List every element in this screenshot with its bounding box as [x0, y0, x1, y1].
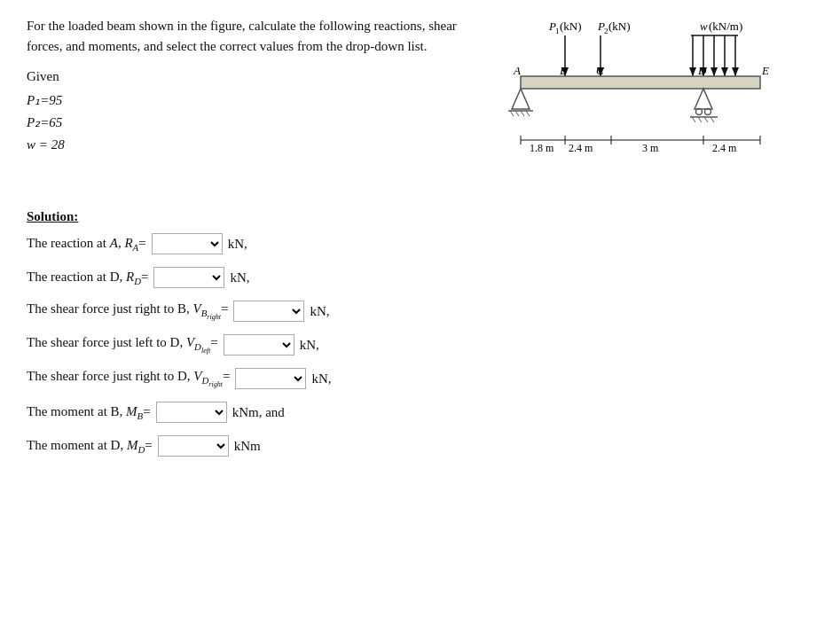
md-unit: kNm [234, 439, 261, 454]
reaction-rd-row: The reaction at D, RD= -200-150-100 -95-… [27, 267, 813, 288]
vd-right-label: The shear force just right to D, VDright… [27, 369, 230, 388]
svg-text:D: D [697, 64, 707, 77]
md-label: The moment at D, MD= [27, 438, 153, 455]
svg-line-32 [515, 111, 519, 116]
svg-line-40 [698, 117, 702, 122]
svg-text:w: w [700, 20, 708, 33]
md-row: The moment at D, MD= -200-150-100 -95-65… [27, 435, 813, 457]
p1-value: P₁=95 [27, 90, 461, 111]
svg-marker-15 [721, 67, 728, 76]
svg-line-31 [510, 111, 514, 116]
vb-right-row: The shear force just right to B, VBright… [27, 301, 813, 322]
svg-line-39 [692, 117, 695, 122]
svg-text:1.8 m: 1.8 m [530, 142, 554, 154]
svg-text:A: A [513, 64, 521, 77]
svg-text:2: 2 [604, 27, 608, 35]
ra-unit: kN, [228, 237, 247, 252]
solution-section: Solution: The reaction at A, RA= -200-15… [27, 209, 813, 457]
svg-text:2.4 m: 2.4 m [569, 142, 593, 154]
rd-select[interactable]: -200-150-100 -95-65-60 -50050 6595100 15… [153, 267, 224, 288]
problem-intro: For the loaded beam shown in the figure,… [27, 16, 461, 58]
w-value: w = 28 [27, 135, 461, 155]
svg-text:(kN/m): (kN/m) [709, 20, 742, 33]
svg-line-41 [704, 117, 708, 122]
vd-right-unit: kN, [311, 371, 331, 387]
svg-text:(kN): (kN) [560, 20, 582, 33]
mb-unit: kNm, and [232, 405, 285, 420]
svg-marker-35 [695, 89, 712, 109]
vb-right-select[interactable]: -200-150-100 -95-65-60 -50050 6595100 15… [233, 301, 304, 322]
ra-select[interactable]: -200-150-100 -95-65-60 -50050 6595100 15… [152, 233, 223, 254]
mb-label: The moment at B, MB= [27, 404, 151, 421]
vd-left-row: The shear force just left to D, VDleft= … [27, 334, 813, 355]
svg-marker-13 [710, 67, 718, 76]
vd-left-label: The shear force just left to D, VDleft= [27, 335, 218, 355]
svg-line-34 [526, 111, 530, 116]
vd-right-row: The shear force just right to D, VDright… [27, 368, 813, 389]
svg-marker-29 [512, 89, 530, 109]
svg-line-42 [710, 117, 714, 122]
mb-row: The moment at B, MB= -200-150-100 -95-65… [27, 402, 813, 423]
svg-line-33 [521, 111, 524, 116]
svg-text:E: E [761, 64, 769, 77]
vb-right-unit: kN, [310, 304, 329, 319]
reaction-ra-row: The reaction at A, RA= -200-150-100 -95-… [27, 233, 813, 254]
svg-marker-17 [732, 67, 739, 76]
svg-rect-23 [521, 76, 760, 89]
p2-value: P₂=65 [27, 113, 461, 133]
beam-diagram: P 1 (kN) P 2 (kN) w (kN/m) [479, 16, 813, 193]
svg-text:B: B [560, 64, 567, 77]
rd-unit: kN, [230, 270, 249, 285]
vd-left-select[interactable]: -200-150-100 -95-65-60 -50050 6595100 15… [224, 334, 294, 355]
svg-text:3 m: 3 m [642, 142, 659, 154]
svg-marker-9 [689, 67, 696, 76]
vd-right-select[interactable]: -200-150-100 -95-65-60 -50050 6595100 15… [235, 368, 306, 389]
md-select[interactable]: -200-150-100 -95-65-60 -50050 6595100 15… [158, 435, 229, 457]
svg-text:(kN): (kN) [608, 20, 631, 33]
svg-text:2.4 m: 2.4 m [712, 142, 737, 154]
vb-right-label: The shear force just right to B, VBright… [27, 301, 228, 321]
given-label: Given [27, 66, 461, 87]
ra-label: The reaction at A, RA= [27, 236, 146, 253]
svg-text:C: C [596, 64, 604, 77]
rd-label: The reaction at D, RD= [27, 270, 148, 286]
solution-title: Solution: [27, 209, 813, 224]
beam-svg: P 1 (kN) P 2 (kN) w (kN/m) [505, 16, 789, 193]
svg-text:1: 1 [555, 27, 560, 35]
vd-left-unit: kN, [300, 338, 319, 353]
mb-select[interactable]: -200-150-100 -95-65-60 -50050 6595100 15… [156, 402, 227, 423]
